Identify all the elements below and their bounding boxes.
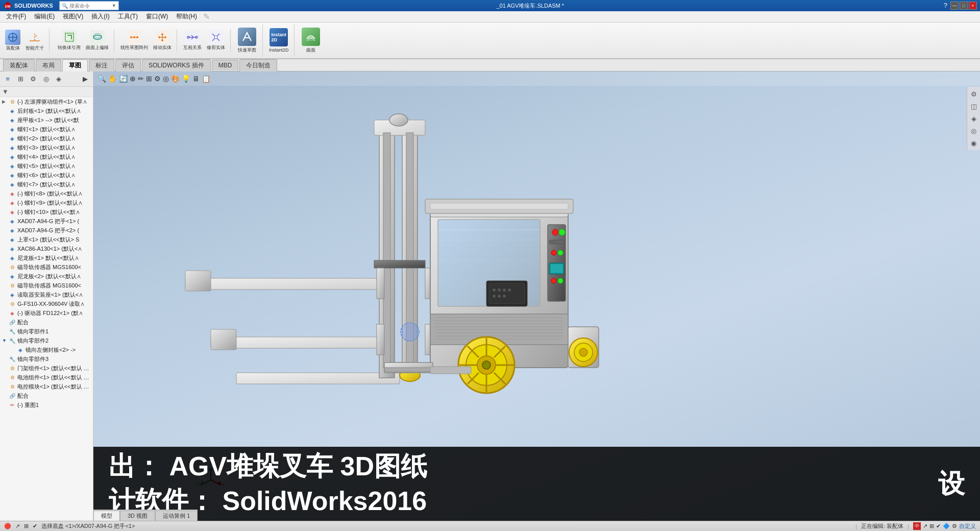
tree-item-mate1[interactable]: 🔗 配合 xyxy=(0,318,93,327)
tree-collapse-icon[interactable]: ▼ xyxy=(2,338,8,343)
status-icon-9[interactable]: ⚙ xyxy=(952,523,957,529)
bottom-tab-3dview[interactable]: 3D 视图 xyxy=(120,511,155,521)
status-icon-4[interactable]: ✔ xyxy=(33,523,37,529)
viewport-tool-4[interactable]: ⊕ xyxy=(130,75,136,83)
config-manager-button[interactable]: ⚙ xyxy=(28,74,39,85)
tree-item-nylon1[interactable]: ◈ 尼龙板<1> 默认<<默认∧ xyxy=(0,253,93,262)
dim-xpert-button[interactable]: ◎ xyxy=(40,74,52,85)
feature-manager-button[interactable]: ≡ xyxy=(2,74,13,85)
menu-tools[interactable]: 工具(T) xyxy=(114,11,142,22)
tree-item-bolt8[interactable]: ◈ (-) 螺钉<8> (默认<<默认∧ xyxy=(0,189,93,198)
help-button[interactable]: ? xyxy=(942,2,949,10)
search-box[interactable]: 🔍 ▼ xyxy=(59,1,119,10)
tab-solidworks-plugins[interactable]: SOLIDWORKS 插件 xyxy=(142,59,211,71)
tree-item-sensor2[interactable]: ⚙ 磁导轨传感器 MGS1600< xyxy=(0,281,93,290)
tree-item-bolt10[interactable]: ◈ (-) 螺钉<10> (默认<<默∧ xyxy=(0,207,93,216)
linear-pattern-button[interactable]: 线性草图阵列 xyxy=(118,29,150,52)
tree-item-bolt1[interactable]: ◈ 螺钉<1> (默认<<默认∧ xyxy=(0,125,93,134)
tree-expand-icon[interactable]: ▶ xyxy=(2,99,8,104)
tree-item-bolt5[interactable]: ◈ 螺钉<5> (默认<<默认∧ xyxy=(0,161,93,171)
tree-item-handle2[interactable]: ◈ XAD07-A94-G 把手<2> ( xyxy=(0,226,93,235)
viewport-tool-1[interactable]: 🔍 xyxy=(97,75,106,83)
tree-item-seat-plate[interactable]: ◈ 座甲板<1> --> (默认<<默 xyxy=(0,115,93,125)
tree-item-bolt7[interactable]: ◈ 螺钉<7> (默认<<默认∧ xyxy=(0,180,93,189)
view-settings-button[interactable]: ⚙ xyxy=(969,89,979,99)
tree-item-bolt6[interactable]: ◈ 螺钉<6> (默认<<默认∧ xyxy=(0,171,93,180)
tree-item-bolt3[interactable]: ◈ 螺钉<3> (默认<<默认∧ xyxy=(0,143,93,152)
tree-item-mirror2-child[interactable]: ◈ 镜向左侧封板<2> -> xyxy=(0,345,93,354)
menu-file[interactable]: 文件(F) xyxy=(2,11,30,22)
tree-item-battery[interactable]: ⚙ 电池组件<1> (默认<<默认 显示状态∧ xyxy=(0,373,93,382)
surface-button[interactable]: 曲面 xyxy=(300,27,322,55)
view-orient-button[interactable]: ◫ xyxy=(969,101,979,111)
status-right-text[interactable]: 自定义 xyxy=(959,522,976,530)
view-display-button[interactable]: ◈ xyxy=(969,113,979,124)
move-entities-button[interactable]: 移动实体 xyxy=(151,29,174,52)
tree-item-handle1[interactable]: ◈ XAD07-A94-G 把手<1> ( xyxy=(0,216,93,226)
tree-item-mast[interactable]: ⚙ 门架组件<1> (默认<<默认 显示∧ xyxy=(0,364,93,373)
display-manager-button[interactable]: ◈ xyxy=(53,74,64,85)
sidebar-collapse-button[interactable]: ▶ xyxy=(80,74,91,85)
tree-item-cover[interactable]: ◈ 上罩<1> (默认<<默认> S xyxy=(0,235,93,244)
tree-item-gfs10[interactable]: ⚙ G-FS10-XX-90604V 读取∧ xyxy=(0,299,93,308)
menu-edit[interactable]: 编辑(E) xyxy=(30,11,59,22)
tab-mbd[interactable]: MBD xyxy=(212,60,239,70)
tab-evaluate[interactable]: 评估 xyxy=(115,59,141,71)
tree-item-mirror2[interactable]: ▼ 🔧 镜向零部件2 xyxy=(0,336,93,345)
property-manager-button[interactable]: ⊞ xyxy=(15,74,26,85)
status-icon-2[interactable]: ↗ xyxy=(15,523,20,529)
tab-manufacture[interactable]: 今日制造 xyxy=(239,59,277,71)
close-button[interactable]: × xyxy=(969,2,977,10)
offset-surface-button[interactable]: 曲面上偏移 xyxy=(84,29,111,52)
tab-layout[interactable]: 布局 xyxy=(36,59,61,71)
tree-item-sensor1[interactable]: ⚙ 磁导轨传感器 MGS1600< xyxy=(0,262,93,272)
tree-item-bolt9[interactable]: ◈ (-) 螺钉<9> (默认<<默认∧ xyxy=(0,198,93,207)
view-section-button[interactable]: ◉ xyxy=(969,138,979,148)
status-icon-5[interactable]: ↗ xyxy=(923,523,927,529)
search-dropdown-icon[interactable]: ▼ xyxy=(112,3,116,8)
status-icon-7[interactable]: ✔ xyxy=(936,523,941,529)
viewport-tool-5[interactable]: ✏ xyxy=(138,75,144,83)
bottom-tab-motion[interactable]: 运动算例 1 xyxy=(155,511,198,521)
bottom-tab-model[interactable]: 模型 xyxy=(93,511,120,521)
tree-item-elec-module[interactable]: ⚙ 电控模块<1> (默认<<默认 显示∧ xyxy=(0,382,93,391)
quick-sketch-button[interactable]: 快速草图 xyxy=(236,27,258,55)
tree-item-rear-panel[interactable]: ◈ 后封板<1> (默认<<默认∧ xyxy=(0,106,93,115)
status-icon-3[interactable]: ⊞ xyxy=(24,523,29,529)
tab-sketch[interactable]: 草图 xyxy=(62,59,88,71)
tree-item-mirror1[interactable]: 🔧 镜向零部件1 xyxy=(0,327,93,336)
minimize-button[interactable]: — xyxy=(950,2,959,10)
tree-item-sketch1[interactable]: ✏ (-) 重图1 xyxy=(0,400,93,409)
instant2d-button[interactable]: Instant2D Instant2D xyxy=(267,26,291,55)
view-hide-button[interactable]: ◎ xyxy=(969,126,979,136)
viewport-tool-2[interactable]: ✋ xyxy=(108,75,117,83)
tree-item-bolt4[interactable]: ◈ 螺钉<4> (默认<<默认∧ xyxy=(0,152,93,161)
tree-item-driver[interactable]: ◈ (-) 驱动器 FD122<1> (默∧ xyxy=(0,308,93,318)
viewport-tool-6[interactable]: ⊞ xyxy=(146,75,152,83)
relations-button[interactable]: 互相关系 xyxy=(181,29,204,52)
status-icon-1[interactable]: 🔴 xyxy=(4,523,11,529)
restore-button[interactable]: □ xyxy=(960,2,968,10)
menu-view[interactable]: 视图(V) xyxy=(59,11,87,22)
convert-entities-button[interactable]: 转换体引用 xyxy=(56,29,83,52)
viewport-rotate-icon[interactable]: 🔄 xyxy=(119,75,128,83)
tab-annotation[interactable]: 标注 xyxy=(89,59,114,71)
menu-help[interactable]: 帮助(H) xyxy=(172,11,201,22)
window-controls[interactable]: ? — □ × xyxy=(942,2,977,10)
tree-item-mirror3[interactable]: 🔧 镜向零部件3 xyxy=(0,354,93,364)
3d-viewport[interactable]: 🔍 ✋ 🔄 ⊕ ✏ ⊞ ⚙ ◎ 🎨 💡 🖥 📋 xyxy=(93,71,980,521)
tree-item-mate2[interactable]: 🔗 配合 xyxy=(0,391,93,400)
search-input[interactable] xyxy=(69,3,110,9)
tree-item-xac86[interactable]: ◈ XAC86-A130<1> (默认<∧ xyxy=(0,244,93,253)
tree-item-left-drive[interactable]: ▶ ⚙ (-) 左滚撑驱动组件<1> (草∧ xyxy=(0,97,93,106)
menu-insert[interactable]: 插入(I) xyxy=(87,11,113,22)
status-icon-8[interactable]: 🔷 xyxy=(943,523,950,529)
tree-item-nylon2[interactable]: ◈ 尼龙板<2> (默认<<默认∧ xyxy=(0,272,93,281)
menu-window[interactable]: 窗口(W) xyxy=(142,11,172,22)
assemble-button[interactable]: 装配体 xyxy=(3,29,22,53)
tree-item-reader-mount[interactable]: ◈ 读取器安装座<1> (默认<∧ xyxy=(0,290,93,299)
trim-entities-button[interactable]: 修剪实体 xyxy=(205,29,227,52)
tab-assembly[interactable]: 装配体 xyxy=(3,59,35,71)
smart-dimension-button[interactable]: ⌀ 智能尺寸 xyxy=(23,29,46,53)
tree-item-bolt2[interactable]: ◈ 螺钉<2> (默认<<默认∧ xyxy=(0,134,93,143)
